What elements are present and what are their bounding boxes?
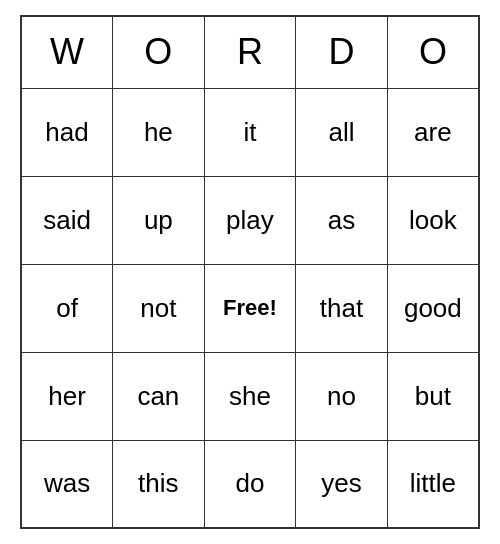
table-row: wasthisdoyeslittle — [21, 440, 479, 528]
table-cell[interactable]: yes — [296, 440, 388, 528]
table-cell[interactable]: no — [296, 352, 388, 440]
table-cell[interactable]: Free! — [204, 264, 296, 352]
table-cell[interactable]: he — [113, 88, 205, 176]
table-cell[interactable]: little — [387, 440, 479, 528]
table-cell[interactable]: look — [387, 176, 479, 264]
table-cell[interactable]: she — [204, 352, 296, 440]
table-row: hadheitallare — [21, 88, 479, 176]
table-cell[interactable]: it — [204, 88, 296, 176]
table-cell[interactable]: play — [204, 176, 296, 264]
table-cell[interactable]: not — [113, 264, 205, 352]
table-cell[interactable]: but — [387, 352, 479, 440]
header-col-r: R — [204, 16, 296, 88]
table-cell[interactable]: this — [113, 440, 205, 528]
table-cell[interactable]: her — [21, 352, 113, 440]
table-cell[interactable]: all — [296, 88, 388, 176]
table-cell[interactable]: was — [21, 440, 113, 528]
table-row: saidupplayaslook — [21, 176, 479, 264]
table-cell[interactable]: had — [21, 88, 113, 176]
table-cell[interactable]: can — [113, 352, 205, 440]
table-cell[interactable]: as — [296, 176, 388, 264]
header-col-d: D — [296, 16, 388, 88]
table-row: ofnotFree!thatgood — [21, 264, 479, 352]
table-cell[interactable]: that — [296, 264, 388, 352]
header-row: WORDO — [21, 16, 479, 88]
bingo-card: WORDO hadheitallaresaidupplayaslookofnot… — [20, 15, 480, 529]
header-col-o: O — [113, 16, 205, 88]
table-cell[interactable]: good — [387, 264, 479, 352]
table-cell[interactable]: up — [113, 176, 205, 264]
header-col-o: O — [387, 16, 479, 88]
table-row: hercanshenobut — [21, 352, 479, 440]
table-cell[interactable]: are — [387, 88, 479, 176]
header-col-w: W — [21, 16, 113, 88]
table-cell[interactable]: do — [204, 440, 296, 528]
table-cell[interactable]: said — [21, 176, 113, 264]
table-cell[interactable]: of — [21, 264, 113, 352]
